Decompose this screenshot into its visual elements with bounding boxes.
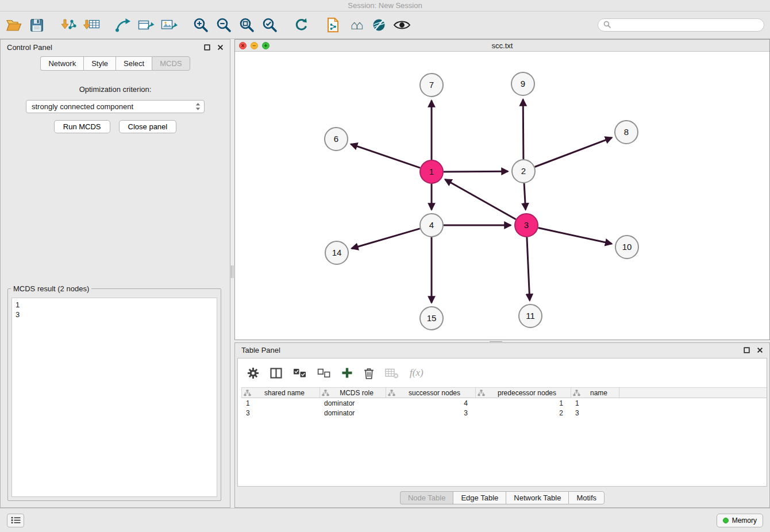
column-header-label: MCDS role — [329, 389, 384, 397]
column-type-icon — [388, 390, 395, 396]
import-table-from-file-icon[interactable] — [80, 14, 103, 37]
float-panel-icon[interactable] — [204, 44, 210, 51]
add-network-view-icon[interactable] — [134, 14, 157, 37]
tab-network-table[interactable]: Network Table — [506, 491, 568, 504]
open-session-icon[interactable] — [2, 14, 25, 37]
new-network-icon[interactable] — [111, 14, 134, 37]
node-label: 6 — [334, 134, 338, 144]
add-column-icon[interactable] — [341, 367, 353, 379]
vertical-splitter-handle[interactable] — [231, 265, 233, 278]
tab-network[interactable]: Network — [40, 56, 83, 71]
status-list-button[interactable] — [7, 514, 24, 527]
cell-shared_name[interactable]: 3 — [241, 409, 319, 417]
column-header-mcds_role[interactable]: MCDS role — [320, 388, 386, 398]
node-11[interactable]: 11 — [519, 304, 542, 327]
node-3[interactable]: 3 — [515, 214, 538, 237]
close-panel-icon[interactable] — [217, 44, 224, 51]
table-panel-tabs: Node TableEdge TableNetwork TableMotifs — [235, 491, 769, 504]
node-15[interactable]: 15 — [420, 307, 443, 330]
control-panel: Control Panel NetworkStyleSelectMCDS Opt… — [0, 39, 230, 508]
edge-2-to-8[interactable] — [535, 138, 612, 167]
apply-layout-icon[interactable] — [290, 14, 313, 37]
run-mcds-button[interactable]: Run MCDS — [54, 120, 110, 133]
home-network-icon[interactable]: ⌂⌂ — [344, 14, 367, 37]
node-1[interactable]: 1 — [420, 160, 443, 183]
network-window-title: scc.txt — [235, 41, 769, 50]
style-sphere-icon[interactable] — [367, 14, 390, 37]
node-9[interactable]: 9 — [511, 72, 534, 95]
cell-predecessor_nodes[interactable]: 1 — [475, 399, 571, 407]
dropdown-selected-value: strongly connected component — [32, 102, 133, 111]
table-settings-icon[interactable] — [247, 367, 259, 379]
cell-mcds_role[interactable]: dominator — [319, 399, 386, 407]
edge-4-to-14[interactable] — [352, 229, 420, 249]
tab-style[interactable]: Style — [83, 56, 116, 71]
node-8[interactable]: 8 — [615, 121, 638, 144]
cell-successor_nodes[interactable]: 3 — [386, 409, 475, 417]
zoom-selected-icon[interactable] — [258, 14, 281, 37]
cell-mcds_role[interactable]: dominator — [319, 409, 386, 417]
table-row[interactable]: 3dominator323 — [241, 408, 767, 418]
table-panel-title: Table Panel — [241, 346, 280, 354]
cell-predecessor_nodes[interactable]: 2 — [475, 409, 571, 417]
edge-2-to-9[interactable] — [523, 99, 523, 159]
optimization-criterion-select[interactable]: strongly connected component — [26, 100, 205, 113]
export-image-icon[interactable] — [157, 14, 180, 37]
close-panel-button[interactable]: Close panel — [119, 120, 177, 133]
edge-1-to-2[interactable] — [444, 171, 508, 172]
search-box[interactable] — [598, 18, 764, 32]
column-header-successor_nodes[interactable]: successor nodes — [386, 388, 476, 398]
network-window-zoom-button[interactable]: + — [262, 42, 270, 49]
search-input[interactable] — [614, 21, 759, 29]
column-header-predecessor_nodes[interactable]: predecessor nodes — [476, 388, 571, 398]
edge-3-to-10[interactable] — [538, 228, 612, 244]
show-column-icon[interactable] — [270, 368, 282, 379]
network-canvas[interactable]: 7968124314101511 — [235, 52, 769, 340]
column-header-name[interactable]: name — [571, 388, 619, 398]
node-14[interactable]: 14 — [325, 241, 348, 264]
cell-name[interactable]: 3 — [571, 409, 619, 417]
column-header-shared_name[interactable]: shared name — [242, 388, 320, 398]
cell-shared_name[interactable]: 1 — [241, 399, 319, 407]
save-session-icon[interactable] — [25, 14, 48, 37]
zoom-fit-icon[interactable] — [235, 14, 258, 37]
deselect-all-rows-icon[interactable] — [317, 368, 330, 378]
edge-1-to-6[interactable] — [351, 144, 421, 168]
mcds-result-group: MCDS result (2 nodes) 13 — [7, 284, 221, 501]
tab-mcds[interactable]: MCDS — [152, 56, 190, 71]
function-builder-icon: f(x) — [410, 367, 424, 379]
tab-node-table[interactable]: Node Table — [400, 491, 453, 504]
memory-label: Memory — [732, 516, 757, 525]
edge-3-to-1[interactable] — [445, 179, 516, 219]
memory-button[interactable]: Memory — [717, 514, 763, 527]
tab-motifs[interactable]: Motifs — [568, 491, 605, 504]
import-network-from-file-icon[interactable] — [57, 14, 80, 37]
node-2[interactable]: 2 — [512, 160, 535, 183]
close-table-panel-icon[interactable] — [757, 347, 763, 353]
node-4[interactable]: 4 — [420, 214, 443, 237]
column-header-label: name — [580, 389, 617, 397]
table-header-row: shared nameMCDS rolesuccessor nodesprede… — [241, 387, 767, 398]
tab-edge-table[interactable]: Edge Table — [453, 491, 506, 504]
table-row[interactable]: 1dominator411 — [241, 398, 767, 408]
node-10[interactable]: 10 — [615, 236, 638, 259]
cell-successor_nodes[interactable]: 4 — [386, 399, 475, 407]
network-window-close-button[interactable]: × — [239, 42, 247, 49]
node-7[interactable]: 7 — [420, 74, 443, 97]
mcds-result-list[interactable]: 13 — [11, 298, 217, 497]
zoom-out-icon[interactable] — [212, 14, 235, 37]
show-hide-icon[interactable] — [390, 14, 413, 37]
zoom-in-icon[interactable] — [189, 14, 212, 37]
edge-2-to-3[interactable] — [524, 183, 526, 210]
node-6[interactable]: 6 — [325, 128, 348, 151]
delete-column-icon[interactable] — [364, 367, 374, 379]
cell-name[interactable]: 1 — [571, 399, 619, 407]
tab-select[interactable]: Select — [116, 56, 152, 71]
network-window-minimize-button[interactable]: − — [251, 42, 258, 49]
edge-3-to-11[interactable] — [527, 237, 530, 300]
table-body: 1dominator4113dominator323 — [241, 398, 767, 418]
select-all-rows-icon[interactable] — [293, 368, 306, 378]
horizontal-splitter-handle[interactable] — [490, 340, 502, 342]
float-table-panel-icon[interactable] — [744, 347, 750, 353]
import-document-icon[interactable] — [321, 14, 344, 37]
